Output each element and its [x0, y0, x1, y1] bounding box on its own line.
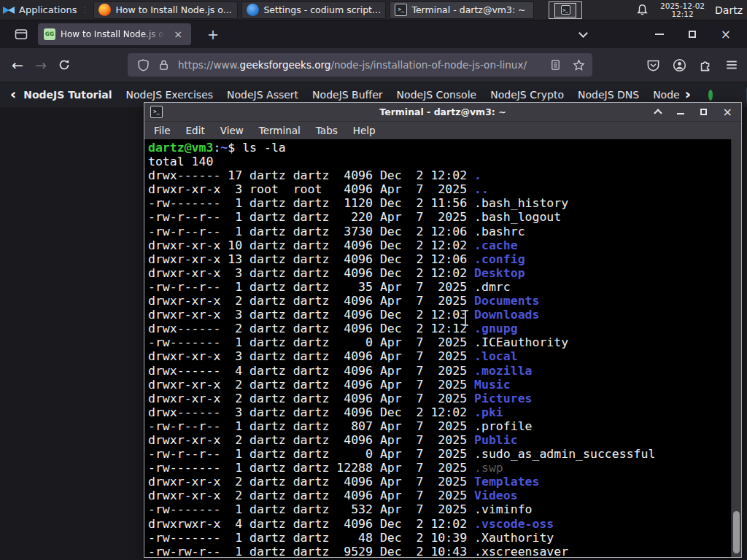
- file-name: .bashrc: [474, 225, 525, 238]
- menu-item-tabs[interactable]: Tabs: [316, 125, 338, 136]
- menu-item-edit[interactable]: Edit: [186, 125, 205, 136]
- terminal-line: drwxr-xr-x 3 dartz dartz 4096 Dec 2 12:0…: [148, 266, 731, 280]
- terminal-titlebar[interactable]: >_ Terminal - dartz@vm3: ~ ×: [144, 103, 741, 122]
- toolbar-right-icons: [646, 53, 738, 77]
- firefox-view-button[interactable]: [10, 24, 32, 44]
- prompt-cwd: ~: [220, 141, 228, 155]
- url-text: https://www.geeksforgeeks.org/node-js/in…: [178, 59, 527, 71]
- file-name: .ICEauthority: [474, 335, 568, 349]
- back-button[interactable]: ←: [6, 53, 29, 77]
- pager-active-window: >_: [554, 3, 576, 18]
- site-nav-link-nodejs-assert[interactable]: NodeJS Assert: [227, 89, 298, 101]
- terminal-line: drwxr-xr-x 2 dartz dartz 4096 Apr 7 2025…: [148, 294, 731, 308]
- terminal-shade-button[interactable]: [654, 109, 662, 117]
- file-meta: drwxr-xr-x 2 dartz dartz 4096 Apr 7 2025: [148, 378, 474, 392]
- pocket-icon[interactable]: [646, 58, 660, 72]
- terminal-line: drwxr-xr-x 2 dartz dartz 4096 Apr 7 2025…: [148, 392, 731, 405]
- terminal-line: drwxr-xr-x 2 dartz dartz 4096 Apr 7 2025…: [148, 489, 731, 502]
- browser-tab-active[interactable]: GG How to Install Node.js on ×: [38, 23, 191, 45]
- nav-scroll-left-icon[interactable]: ‹: [10, 85, 16, 103]
- file-name: ..: [474, 182, 489, 196]
- lock-icon[interactable]: [158, 59, 169, 71]
- reader-view-icon[interactable]: [550, 59, 561, 71]
- terminal-scrollbar[interactable]: [731, 139, 741, 557]
- list-tabs-chevron-icon[interactable]: [578, 28, 588, 38]
- notifications-bell-button[interactable]: [636, 4, 649, 16]
- reload-button[interactable]: [53, 53, 76, 77]
- nav-scroll-right-icon[interactable]: ›: [685, 85, 691, 103]
- file-name: Templates: [474, 475, 539, 489]
- user-menu-label[interactable]: Dartz: [715, 4, 743, 16]
- terminal-minimize-button[interactable]: [677, 113, 684, 114]
- terminal-menubar: FileEditViewTerminalTabsHelp: [144, 122, 741, 139]
- terminal-scrollbar-thumb[interactable]: [733, 511, 740, 553]
- terminal-line: drwx------ 2 dartz dartz 4096 Dec 2 12:1…: [148, 322, 731, 335]
- firefox-view-icon: [15, 28, 28, 40]
- menu-item-view[interactable]: View: [220, 125, 244, 136]
- forward-button[interactable]: →: [29, 53, 53, 77]
- top-panel: Applications ⋮ How to Install Node.js o.…: [0, 0, 747, 20]
- terminal-maximize-button[interactable]: [700, 109, 707, 115]
- menu-item-help[interactable]: Help: [353, 125, 376, 136]
- url-bar[interactable]: https://www.geeksforgeeks.org/node-js/in…: [128, 53, 592, 77]
- site-nav-link-node[interactable]: Node: [653, 89, 680, 101]
- browser-minimize-button[interactable]: [655, 34, 664, 35]
- file-meta: drwxr-xr-x 10 dartz dartz 4096 Dec 2 12:…: [148, 238, 474, 252]
- site-nav-link-nodejs-crypto[interactable]: NodeJS Crypto: [490, 89, 564, 101]
- bookmark-star-icon[interactable]: [573, 59, 585, 71]
- file-name: Public: [474, 433, 518, 447]
- file-name: .viminfo: [474, 502, 532, 516]
- account-icon[interactable]: [673, 58, 686, 72]
- file-meta: -rw------- 1 dartz dartz 1120 Dec 2 11:5…: [148, 196, 474, 210]
- taskbar-button-label: Terminal - dartz@vm3: ~: [411, 4, 525, 15]
- reload-icon: [58, 59, 70, 71]
- site-nav-link-nodejs-console[interactable]: NodeJS Console: [397, 89, 477, 101]
- file-name: .profile: [474, 419, 532, 433]
- site-nav-link-nodejs-buffer[interactable]: NodeJS Buffer: [312, 89, 383, 101]
- menu-hamburger-icon[interactable]: [725, 58, 738, 71]
- taskbar-button-terminal[interactable]: >_Terminal - dartz@vm3: ~: [390, 1, 534, 19]
- file-meta: -rw-r--r-- 1 dartz dartz 35 Apr 7 2025: [148, 280, 474, 294]
- site-nav-link-nodejs-exercises[interactable]: NodeJS Exercises: [126, 89, 214, 101]
- menu-item-terminal[interactable]: Terminal: [259, 125, 301, 136]
- terminal-close-button[interactable]: ×: [723, 107, 732, 117]
- file-meta: -rw-r--r-- 1 dartz dartz 0 Apr 7 2025: [148, 447, 474, 461]
- tab-close-icon[interactable]: ×: [171, 28, 185, 41]
- terminal-line: drwx------ 17 dartz dartz 4096 Dec 2 12:…: [148, 168, 731, 182]
- terminal-line: -rw------- 1 dartz dartz 12288 Apr 7 202…: [148, 461, 731, 475]
- panel-clock[interactable]: 2025-12-02 12:12: [660, 2, 705, 18]
- terminal-line: drwxrwxr-x 4 dartz dartz 4096 Dec 2 12:0…: [148, 517, 731, 531]
- terminal-line: drwxr-xr-x 10 dartz dartz 4096 Dec 2 12:…: [148, 238, 731, 252]
- url-path: /node-js/installation-of-node-js-on-linu…: [330, 59, 527, 71]
- file-meta: -rw------- 1 dartz dartz 48 Dec 2 10:39: [148, 531, 474, 545]
- file-meta: drwxr-xr-x 3 dartz dartz 4096 Apr 7 2025: [148, 349, 474, 363]
- new-tab-button[interactable]: +: [201, 26, 225, 42]
- tracking-protection-shield-icon[interactable]: [137, 59, 150, 71]
- menu-item-file[interactable]: File: [154, 125, 171, 136]
- site-nav-link-nodejs-tutorial[interactable]: NodeJS Tutorial: [23, 89, 112, 101]
- vscodium-icon: [247, 4, 259, 16]
- extensions-puzzle-icon[interactable]: [699, 58, 713, 72]
- file-meta: -rw-r--r-- 1 dartz dartz 3730 Dec 2 12:0…: [148, 225, 474, 238]
- url-scheme: https://www.: [178, 59, 240, 71]
- workspace-pager[interactable]: >_: [549, 1, 582, 19]
- terminal-icon: >_: [150, 106, 163, 118]
- terminal-title: Terminal - dartz@vm3: ~: [144, 106, 741, 117]
- file-name: .swp: [474, 461, 503, 475]
- taskbar-button-firefox[interactable]: How to Install Node.js o...: [93, 1, 238, 19]
- site-nav-link-nodejs-dns[interactable]: NodeJS DNS: [578, 89, 639, 101]
- file-meta: -rw-r--r-- 1 dartz dartz 807 Apr 7 2025: [148, 419, 474, 433]
- applications-menu-button[interactable]: Applications: [0, 0, 81, 20]
- file-name: .: [474, 168, 481, 182]
- terminal-line: drwxr-xr-x 3 root root 4096 Apr 7 2025 .…: [148, 182, 731, 196]
- browser-close-button[interactable]: ×: [721, 28, 731, 40]
- browser-maximize-button[interactable]: [689, 31, 696, 38]
- file-name: Desktop: [474, 266, 525, 280]
- file-meta: drwx------ 3 dartz dartz 4096 Dec 2 12:0…: [148, 405, 474, 419]
- file-name: .config: [474, 252, 525, 266]
- taskbar-button-vscodium[interactable]: Settings - codium script...: [241, 1, 386, 19]
- file-name: .mozilla: [474, 364, 532, 378]
- file-name: .gnupg: [474, 322, 518, 335]
- site-search-icon[interactable]: [708, 90, 713, 101]
- file-name: .pki: [474, 405, 503, 419]
